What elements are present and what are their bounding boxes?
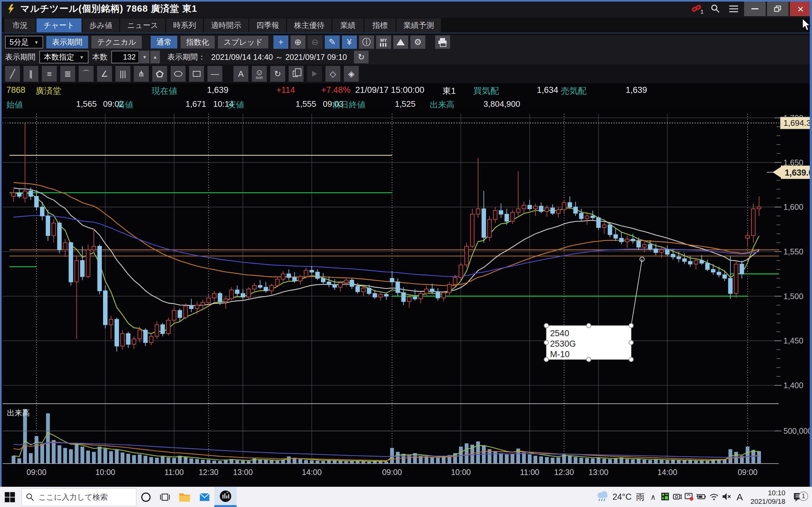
tool-copy[interactable] bbox=[289, 66, 304, 82]
svg-text:1,650: 1,650 bbox=[783, 158, 803, 167]
weather-condition[interactable]: 雨 bbox=[636, 492, 645, 503]
open-label: 始値 bbox=[6, 99, 23, 110]
weather-temp[interactable]: 24°C bbox=[612, 492, 631, 502]
volume-muted-icon[interactable] bbox=[721, 492, 732, 503]
taskbar-clock[interactable]: 10:10 2021/09/18 bbox=[747, 489, 789, 506]
tool-fan-lines[interactable]: ∠ bbox=[97, 66, 112, 82]
camera-tray-icon[interactable] bbox=[672, 492, 682, 503]
reset-period-icon[interactable]: ↻ bbox=[354, 51, 368, 63]
tool-fibonacci-4[interactable]: ≣ bbox=[60, 66, 75, 82]
trading-app-button[interactable]: R bbox=[214, 487, 237, 507]
tool-pentagon[interactable] bbox=[152, 66, 167, 82]
tab-news[interactable]: ニュース bbox=[120, 18, 165, 32]
tool-vertical-lines[interactable]: ||| bbox=[115, 66, 131, 82]
tab-results[interactable]: 業績 bbox=[333, 18, 363, 32]
svg-text:1,639.0: 1,639.0 bbox=[785, 168, 812, 177]
chart-area[interactable]: 1,7001,6501,6001,5501,5001,4501,400500,0… bbox=[0, 111, 812, 487]
tool-time-cycle[interactable]: ↻ bbox=[270, 66, 285, 82]
mail-button[interactable] bbox=[195, 487, 214, 507]
tab-indicators[interactable]: 指標 bbox=[364, 18, 396, 32]
tool-text[interactable]: A bbox=[234, 66, 248, 82]
tool-icon-stamp[interactable]: ☺icon bbox=[252, 66, 267, 82]
wifi-icon[interactable] bbox=[709, 492, 719, 503]
bid-value: 1,634 bbox=[511, 85, 558, 95]
task-view-button[interactable] bbox=[155, 487, 174, 507]
count-mode-dropdown[interactable]: 本数指定 ▼ bbox=[39, 51, 89, 63]
drawing-toolbar: ╱∥≡≣⌒∠|||⋔—A☺icon↻◇◈ bbox=[0, 64, 812, 83]
tool-eraser[interactable]: ◇ bbox=[325, 66, 340, 82]
tab-ticks[interactable]: 歩み値 bbox=[83, 18, 119, 32]
area-chart-button[interactable] bbox=[393, 36, 408, 49]
tool-trendline[interactable]: ╱ bbox=[5, 66, 20, 82]
menu-icon[interactable] bbox=[724, 1, 743, 16]
tab-benefit[interactable]: 株主優待 bbox=[287, 18, 332, 32]
settings-wrench-button[interactable]: ⚙ bbox=[410, 36, 425, 49]
svg-text:09:00: 09:00 bbox=[382, 468, 402, 476]
normal-mode-button[interactable]: 通常 bbox=[151, 36, 177, 49]
tray-expand-icon[interactable]: ∧ bbox=[648, 493, 658, 502]
tab-timeseries[interactable]: 時系列 bbox=[166, 18, 203, 32]
tray-app-icon[interactable] bbox=[660, 492, 670, 503]
chart-annotation-box[interactable]: 25402530GM-10 bbox=[544, 323, 633, 361]
taskbar-search-input[interactable]: ここに入力して検索 bbox=[21, 488, 136, 506]
print-button[interactable] bbox=[435, 36, 450, 49]
link-group-icon[interactable]: 1 bbox=[688, 1, 706, 16]
tool-horizontal-line[interactable]: — bbox=[207, 66, 222, 82]
display-period-button[interactable]: 表示期間 bbox=[46, 36, 88, 49]
start-button[interactable] bbox=[0, 487, 20, 507]
svg-text:11:00: 11:00 bbox=[520, 468, 540, 476]
remote-session-tray-icon[interactable] bbox=[684, 492, 694, 503]
technical-button[interactable]: テクニカル bbox=[91, 36, 142, 49]
spread-mode-button[interactable]: スプレッド bbox=[218, 36, 268, 49]
svg-text:1,400: 1,400 bbox=[783, 381, 803, 390]
tool-parallel-lines[interactable]: ∥ bbox=[23, 66, 38, 82]
search-icon[interactable] bbox=[706, 1, 724, 16]
ime-mode-indicator[interactable]: A bbox=[734, 492, 745, 503]
tool-arc[interactable]: ⌒ bbox=[79, 66, 94, 82]
svg-text:2530G: 2530G bbox=[550, 339, 576, 349]
svg-text:13:00: 13:00 bbox=[589, 468, 609, 476]
svg-text:1,694.3: 1,694.3 bbox=[783, 118, 811, 128]
weather-icon[interactable] bbox=[595, 490, 609, 504]
count-mode-value: 本数指定 bbox=[44, 52, 74, 62]
draw-pencil-button[interactable]: ✎ bbox=[325, 36, 340, 49]
yen-axis-button[interactable]: ¥ bbox=[342, 36, 357, 49]
period-label: 表示期間 bbox=[5, 52, 36, 62]
count-decrement-button[interactable]: ▼ bbox=[140, 51, 149, 63]
period-bar: 表示期間 本数指定 ▼ 本数 132 ▼ ▲ 表示期間： 2021/09/14 … bbox=[0, 50, 812, 64]
minimize-button[interactable] bbox=[744, 2, 766, 16]
candlestick-chart[interactable]: 1,7001,6501,6001,5501,5001,4501,400500,0… bbox=[0, 111, 812, 487]
count-value: 132 bbox=[123, 53, 136, 61]
indexed-mode-button[interactable]: 指数化 bbox=[181, 36, 215, 49]
tool-pitchfork[interactable]: ⋔ bbox=[134, 66, 149, 82]
svg-text:11:00: 11:00 bbox=[165, 468, 184, 476]
tab-market[interactable]: 市況 bbox=[4, 18, 36, 32]
my-chart-button[interactable]: MY bbox=[376, 36, 391, 49]
tab-disclosure[interactable]: 適時開示 bbox=[204, 18, 248, 32]
tab-forecast[interactable]: 業績予測 bbox=[397, 18, 441, 32]
tool-ellipse[interactable] bbox=[171, 66, 186, 82]
svg-text:10:00: 10:00 bbox=[96, 468, 115, 476]
price-change-pct: +7.48% bbox=[301, 85, 351, 95]
close-button[interactable]: × bbox=[790, 2, 811, 16]
crosshair-button[interactable]: + bbox=[273, 36, 288, 49]
info-button[interactable]: ⓘ bbox=[359, 36, 374, 49]
tab-shikiho[interactable]: 四季報 bbox=[249, 18, 286, 32]
interval-dropdown[interactable]: 5分足 ▼ bbox=[5, 36, 43, 49]
quote-row-1: 7868 廣済堂 現在値 1,639 +114 +7.48% 21/09/17 … bbox=[0, 83, 812, 97]
file-explorer-button[interactable] bbox=[174, 487, 195, 507]
cortana-button[interactable] bbox=[136, 487, 155, 507]
action-center-button[interactable]: 1 bbox=[791, 492, 809, 503]
tool-rectangle[interactable] bbox=[189, 66, 204, 82]
high-value: 1,671 bbox=[163, 99, 206, 109]
count-input[interactable]: 132 bbox=[111, 51, 139, 63]
tool-eraser-all[interactable]: ◈ bbox=[344, 66, 359, 82]
tab-chart[interactable]: チャート bbox=[37, 18, 82, 32]
zoom-in-button[interactable]: ⊕ bbox=[291, 36, 305, 49]
restore-button[interactable] bbox=[767, 2, 789, 16]
price-change: +114 bbox=[254, 85, 295, 95]
count-increment-button[interactable]: ▲ bbox=[150, 51, 160, 63]
battery-icon[interactable] bbox=[696, 492, 707, 503]
tool-fibonacci-3[interactable]: ≡ bbox=[42, 66, 57, 82]
title-bar: マルチツール(個別銘柄) 7868 廣済堂 東1 1 × bbox=[0, 0, 812, 18]
